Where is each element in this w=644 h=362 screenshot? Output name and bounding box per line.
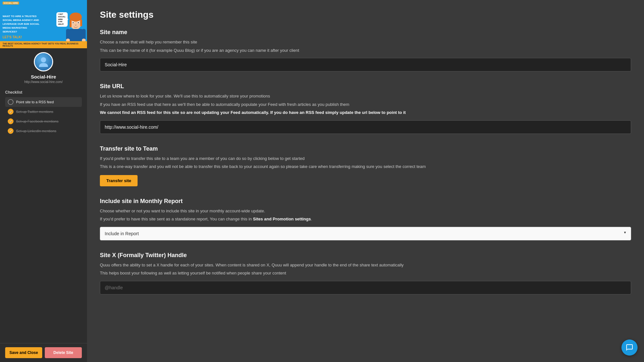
save-close-button[interactable]: Save and Close — [5, 347, 42, 358]
transfer-section-title: Transfer site to Team — [100, 145, 631, 152]
svg-point-7 — [72, 22, 73, 23]
monthly-report-select-wrapper: Include in Report Exclude from Report — [100, 224, 631, 240]
checklist-item-rss[interactable]: Point site to a RSS feed — [5, 97, 82, 107]
svg-point-14 — [41, 57, 46, 62]
check-circle-twitter: ✓ — [8, 109, 14, 115]
site-url-desc2: If you have an RSS feed use that here as… — [100, 101, 631, 108]
site-url-section-title: Site URL — [100, 83, 631, 90]
delete-site-button[interactable]: Delete Site — [45, 347, 82, 358]
twitter-handle-section-title: Site X (Formally Twitter) Handle — [100, 252, 631, 259]
site-name-input[interactable] — [100, 58, 631, 71]
banner-logo: Social Hire — [3, 1, 19, 5]
avatar — [34, 52, 53, 71]
transfer-site-button[interactable]: Transfer site — [100, 175, 138, 186]
svg-rect-4 — [80, 19, 82, 26]
svg-rect-3 — [70, 19, 72, 27]
banner-headline: WANT TO HIRE A TRUSTED SOCIAL MEDIA AGEN… — [3, 14, 41, 34]
checklist-label-rss: Point site to a RSS feed — [16, 100, 54, 104]
speech-bubble: I GET SOCIAL-HIRE CAN HELP! — [56, 12, 68, 27]
sidebar-site-url: http://www.social-hire.com/ — [24, 80, 63, 84]
transfer-desc1: If you'd prefer to transfer this site to… — [100, 155, 631, 162]
checklist-label-twitter: Set-up Twitter mentions — [16, 110, 53, 114]
monthly-report-desc2-post: . — [311, 217, 312, 221]
sites-promotion-link[interactable]: Sites and Promotion settings — [253, 217, 311, 221]
chat-bubble-button[interactable] — [621, 339, 638, 356]
site-url-desc1: Let us know where to look for your site.… — [100, 93, 631, 99]
site-url-input[interactable] — [100, 120, 631, 134]
monthly-report-desc2: If you'd prefer to have this site sent a… — [100, 216, 631, 222]
checklist-title: Checklist — [5, 90, 82, 95]
svg-rect-9 — [69, 29, 82, 42]
section-twitter-handle: Site X (Formally Twitter) Handle Quuu of… — [100, 252, 631, 294]
section-site-url: Site URL Let us know where to look for y… — [100, 83, 631, 134]
monthly-report-desc2-pre: If you'd prefer to have this site sent a… — [100, 217, 253, 221]
check-circle-facebook: ✓ — [8, 118, 14, 124]
svg-rect-11 — [82, 29, 86, 40]
checklist-label-facebook: Set-up Facebook mentions — [16, 119, 58, 123]
site-name-desc2: This can be the name of it (for example … — [100, 47, 631, 54]
svg-rect-10 — [66, 29, 70, 40]
monthly-report-select[interactable]: Include in Report Exclude from Report — [100, 227, 631, 240]
sidebar-banner: Social Hire WANT TO HIRE A TRUSTED SOCIA… — [0, 0, 87, 48]
twitter-handle-input[interactable] — [100, 281, 631, 294]
avatar-inner — [35, 53, 52, 70]
checklist-item-twitter[interactable]: ✓ Set-up Twitter mentions — [5, 107, 82, 116]
monthly-report-section-title: Include site in Monthly Report — [100, 198, 631, 205]
site-name-desc1: Choose a name that will help you remembe… — [100, 39, 631, 45]
sidebar: Social Hire WANT TO HIRE A TRUSTED SOCIA… — [0, 0, 87, 362]
svg-point-8 — [78, 22, 79, 23]
section-transfer: Transfer site to Team If you'd prefer to… — [100, 145, 631, 186]
twitter-handle-desc1: Quuu offers the ability to set a X handl… — [100, 262, 631, 268]
banner-strip-text: THE BEST SOCIAL MEDIA AGENCY THAT GETS Y… — [3, 42, 84, 47]
twitter-handle-desc2: This helps boost your following as well … — [100, 270, 631, 276]
site-url-warning: We cannot find an RSS feed for this site… — [100, 109, 631, 116]
sidebar-site-name: Social-Hire — [31, 74, 56, 79]
main-content: Site settings Site name Choose a name th… — [87, 0, 644, 362]
checklist-section: Checklist Point site to a RSS feed ✓ Set… — [0, 86, 87, 140]
banner-bottom-strip: THE BEST SOCIAL MEDIA AGENCY THAT GETS Y… — [0, 41, 87, 48]
page-title: Site settings — [100, 10, 631, 20]
checklist-label-linkedin: Set-up LinkedIn mentions — [16, 129, 56, 133]
monthly-report-desc1: Choose whether or not you want to includ… — [100, 208, 631, 214]
section-site-name: Site name Choose a name that will help y… — [100, 29, 631, 71]
sidebar-bottom-buttons: Save and Close Delete Site — [0, 343, 87, 362]
checklist-item-linkedin[interactable]: ✓ Set-up LinkedIn mentions — [5, 126, 82, 136]
site-name-section-title: Site name — [100, 29, 631, 36]
check-circle-linkedin: ✓ — [8, 128, 14, 134]
section-monthly-report: Include site in Monthly Report Choose wh… — [100, 198, 631, 240]
avatar-area: Social-Hire http://www.social-hire.com/ — [0, 48, 87, 86]
check-circle-rss — [8, 99, 14, 105]
checklist-item-facebook[interactable]: ✓ Set-up Facebook mentions — [5, 116, 82, 126]
transfer-desc2: This is a one-way transfer and you will … — [100, 163, 631, 170]
